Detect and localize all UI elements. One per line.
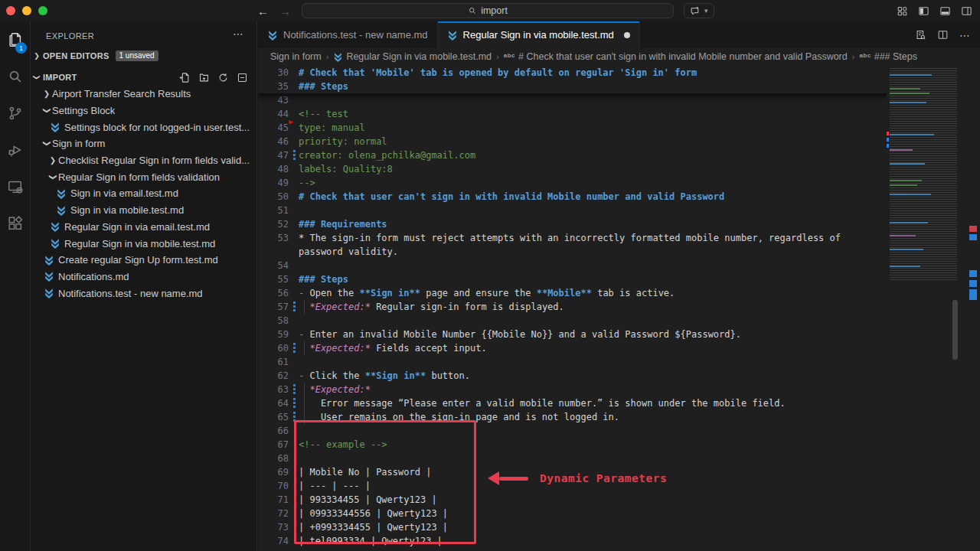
- markdown-file-icon: [56, 205, 67, 216]
- editor-more-actions-icon[interactable]: ⋯: [959, 29, 971, 41]
- code-line: 75: [258, 548, 878, 551]
- code-token: type: manual: [299, 122, 365, 133]
- editor-content[interactable]: 4344▶<!-- test45type: manual46priority: …: [258, 65, 980, 551]
- breadcrumb-item[interactable]: Sign in form: [270, 51, 322, 62]
- tree-item[interactable]: Create regular Sign Up form.test.md: [31, 252, 257, 269]
- open-editors-section[interactable]: ❯ OPEN EDITORS 1 unsaved: [31, 47, 257, 64]
- minimap-marker-red: [887, 132, 889, 135]
- code-token: button.: [426, 370, 470, 381]
- tree-item[interactable]: ❯Settings Block: [31, 103, 257, 119]
- new-file-icon[interactable]: [179, 72, 191, 83]
- vscode-window: ← → import ▾ 1 EXPLORER ⋯: [0, 0, 980, 551]
- markdown-file-icon: [44, 271, 54, 282]
- remote-explorer-icon: [7, 178, 24, 195]
- sidebar-item-extensions[interactable]: [0, 205, 31, 242]
- code-text: priority: normal: [299, 135, 878, 148]
- code-line: 52### Requirements: [258, 217, 878, 231]
- code-line: 63*Expected:*: [258, 383, 878, 396]
- editor-tab[interactable]: Regular Sign in via mobile.test.md: [438, 21, 640, 48]
- tree-item[interactable]: Settings block for not logged-in user.te…: [31, 119, 257, 135]
- forward-button[interactable]: →: [279, 5, 291, 18]
- explorer-more-actions[interactable]: ⋯: [233, 28, 244, 40]
- code-text: [299, 259, 878, 272]
- editor-tab[interactable]: Notifications.test - new name.md: [258, 21, 438, 48]
- code-token: *Expected:*: [309, 384, 370, 395]
- sidebar-item-explorer[interactable]: 1: [0, 21, 31, 58]
- tree-item[interactable]: Sign in via mobile.test.md: [31, 202, 257, 219]
- toggle-primary-sidebar-icon[interactable]: [918, 5, 929, 17]
- tree-item-label: Sign in via email.test.md: [70, 187, 178, 199]
- gutter: [289, 190, 299, 204]
- code-line: 45type: manual: [258, 121, 878, 135]
- tree-item[interactable]: Regular Sign in via mobile.test.md: [31, 235, 257, 252]
- code-line: 35### Steps: [258, 80, 980, 93]
- code-line: 53* The sign-in form must reject attempt…: [258, 231, 878, 245]
- line-number: 48: [258, 162, 289, 176]
- code-token: Regular sign-in form is displayed.: [371, 302, 564, 312]
- refresh-icon[interactable]: [217, 72, 229, 83]
- tree-item[interactable]: ❯Regular Sign in form fields validation: [31, 168, 257, 185]
- gutter: [289, 286, 299, 300]
- tree-item[interactable]: Sign in via email.test.md: [31, 185, 257, 202]
- code-token: -: [299, 329, 309, 340]
- code-line: 58: [258, 314, 878, 328]
- modified-gutter-indicator: [293, 343, 296, 354]
- breadcrumb-item[interactable]: abc### Steps: [859, 51, 917, 62]
- scrollbar-handle[interactable]: [952, 300, 958, 360]
- split-editor-icon[interactable]: [937, 29, 949, 41]
- line-number: 47: [258, 148, 289, 162]
- new-folder-icon[interactable]: [198, 72, 210, 83]
- code-text: Error message “Please enter a valid mobi…: [299, 396, 878, 410]
- code-text: - Open the **Sign in** page and ensure t…: [299, 286, 878, 300]
- toggle-panel-icon[interactable]: [939, 5, 951, 17]
- breadcrumb-item[interactable]: abc# Check that user can't sign in with …: [504, 51, 848, 62]
- unsaved-badge: 1 unsaved: [116, 51, 158, 61]
- command-center-search[interactable]: import: [302, 3, 674, 18]
- code-line: 61: [258, 355, 878, 369]
- back-button[interactable]: ←: [257, 5, 269, 18]
- modified-gutter-indicator: [293, 302, 296, 312]
- sidebar-item-source-control[interactable]: [0, 95, 31, 132]
- modified-gutter-indicator: [293, 150, 296, 161]
- tree-item[interactable]: Regular Sign in via email.test.md: [31, 219, 257, 236]
- sidebar-item-remote-explorer[interactable]: [0, 168, 31, 205]
- breadcrumb: Sign in form›Regular Sign in via mobile.…: [258, 48, 980, 65]
- code-token: <!-- test: [299, 109, 348, 119]
- toggle-secondary-sidebar-icon[interactable]: [961, 5, 972, 17]
- minimap[interactable]: [887, 65, 967, 551]
- sidebar-item-search[interactable]: [0, 58, 31, 95]
- line-number: 55: [258, 272, 289, 286]
- maximize-window-button[interactable]: [38, 6, 47, 15]
- line-number: 61: [258, 355, 289, 369]
- line-number: 43: [258, 93, 289, 107]
- line-number: 69: [258, 465, 289, 479]
- tree-item[interactable]: Notifications.test - new name.md: [31, 285, 257, 302]
- line-number: 63: [258, 383, 289, 396]
- tree-item[interactable]: ❯Checklist Regular Sign in form fields v…: [31, 152, 257, 169]
- breadcrumb-separator: ›: [326, 52, 329, 61]
- markdown-file-icon: [447, 30, 458, 41]
- copilot-button[interactable]: ▾: [684, 3, 714, 18]
- sidebar-item-run-debug[interactable]: [0, 132, 31, 168]
- search-icon: [468, 6, 477, 15]
- code-token: labels: Quality:8: [299, 164, 393, 174]
- code-text: # Check that user can't sign in with inv…: [299, 190, 878, 204]
- minimize-window-button[interactable]: [22, 6, 31, 15]
- chevron-down-icon: ❯: [33, 71, 41, 83]
- close-window-button[interactable]: [6, 6, 15, 15]
- import-section-header[interactable]: ❯ IMPORT: [31, 69, 257, 86]
- annotation-box: [294, 420, 476, 544]
- code-line: 62- Click the **Sign in** button.: [258, 369, 878, 383]
- collapse-all-icon[interactable]: [237, 72, 248, 83]
- breadcrumb-item[interactable]: Regular Sign in via mobile.test.md: [333, 51, 492, 62]
- line-number: 54: [258, 259, 289, 272]
- line-number: 64: [258, 396, 289, 410]
- gutter: [289, 66, 299, 80]
- tree-item[interactable]: ❯Airport Transfer Search Results: [31, 86, 257, 103]
- tree-item[interactable]: Notifications.md: [31, 269, 257, 285]
- gutter: [289, 328, 299, 341]
- customize-layout-icon[interactable]: [897, 5, 908, 17]
- tree-item[interactable]: ❯Sign in form: [31, 135, 257, 152]
- code-token: Enter an invalid Mobile Number {{Mobile …: [309, 329, 741, 340]
- open-preview-icon[interactable]: [915, 29, 926, 41]
